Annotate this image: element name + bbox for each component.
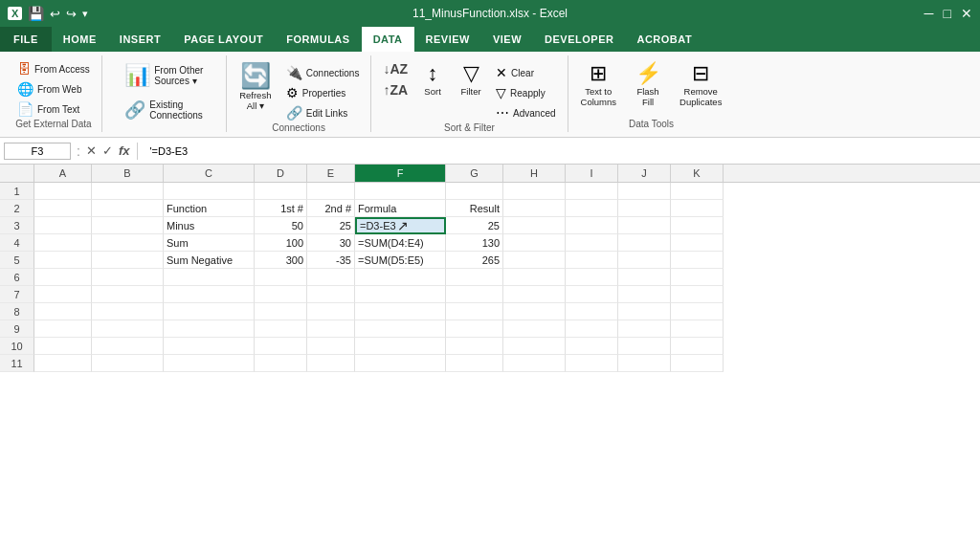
save-icon[interactable]: 💾 <box>28 6 44 21</box>
cell-c9[interactable] <box>164 320 255 338</box>
cell-h2[interactable] <box>503 200 566 217</box>
maximize-btn[interactable]: □ <box>944 6 951 21</box>
row-num-11[interactable]: 11 <box>0 355 34 372</box>
quick-access-more[interactable]: ▾ <box>82 8 88 20</box>
formula-input[interactable] <box>145 143 976 159</box>
tab-acrobat[interactable]: ACROBAT <box>625 27 703 52</box>
cell-a9[interactable] <box>34 320 92 338</box>
cell-b2[interactable] <box>92 200 164 217</box>
row-num-5[interactable]: 5 <box>0 252 34 269</box>
cell-h11[interactable] <box>503 355 566 372</box>
cell-h7[interactable] <box>503 286 566 303</box>
cell-i5[interactable] <box>566 252 618 269</box>
cell-e11[interactable] <box>307 355 355 372</box>
row-num-1[interactable]: 1 <box>0 183 34 200</box>
row-num-9[interactable]: 9 <box>0 320 34 338</box>
cell-d11[interactable] <box>255 355 307 372</box>
tab-review[interactable]: REVIEW <box>414 27 481 52</box>
cell-k11[interactable] <box>671 355 724 372</box>
cell-b3[interactable] <box>92 217 164 234</box>
cell-k7[interactable] <box>671 286 724 303</box>
tab-developer[interactable]: DEVELOPER <box>533 27 625 52</box>
cell-f4[interactable]: =SUM(D4:E4) <box>355 234 446 252</box>
cell-a5[interactable] <box>34 252 92 269</box>
clear-button[interactable]: ✕ Clear <box>492 63 559 82</box>
cell-f7[interactable] <box>355 286 446 303</box>
cell-e9[interactable] <box>307 320 355 338</box>
cell-f6[interactable] <box>355 269 446 286</box>
cell-b10[interactable] <box>92 338 164 355</box>
col-header-e[interactable]: E <box>307 165 355 182</box>
tab-home[interactable]: HOME <box>52 27 108 52</box>
cell-a10[interactable] <box>34 338 92 355</box>
cell-j2[interactable] <box>618 200 671 217</box>
cell-g6[interactable] <box>446 269 503 286</box>
cell-b8[interactable] <box>92 303 164 320</box>
connections-button[interactable]: 🔌 Connections <box>282 63 364 82</box>
cell-g3[interactable]: 25 <box>446 217 503 234</box>
cell-i7[interactable] <box>566 286 618 303</box>
tab-view[interactable]: VIEW <box>481 27 533 52</box>
cell-j5[interactable] <box>618 252 671 269</box>
cell-i2[interactable] <box>566 200 618 217</box>
tab-insert[interactable]: INSERT <box>108 27 172 52</box>
cell-e4[interactable]: 30 <box>307 234 355 252</box>
cell-d3[interactable]: 50 <box>255 217 307 234</box>
cell-i3[interactable] <box>566 217 618 234</box>
from-text-button[interactable]: 📄 From Text <box>13 99 83 119</box>
cell-d10[interactable] <box>255 338 307 355</box>
from-access-button[interactable]: 🗄 From Access <box>13 59 94 78</box>
cell-d2[interactable]: 1st # <box>255 200 307 217</box>
cell-b4[interactable] <box>92 234 164 252</box>
cell-j11[interactable] <box>618 355 671 372</box>
row-num-4[interactable]: 4 <box>0 234 34 252</box>
cell-c1[interactable] <box>164 183 255 200</box>
row-num-6[interactable]: 6 <box>0 269 34 286</box>
cell-e2[interactable]: 2nd # <box>307 200 355 217</box>
tab-formulas[interactable]: FORMULAS <box>275 27 361 52</box>
cell-d9[interactable] <box>255 320 307 338</box>
minimize-btn[interactable]: ─ <box>924 6 934 21</box>
cell-k5[interactable] <box>671 252 724 269</box>
cell-a2[interactable] <box>34 200 92 217</box>
properties-button[interactable]: ⚙ Properties <box>282 83 364 102</box>
cell-f1[interactable] <box>355 183 446 200</box>
cell-j9[interactable] <box>618 320 671 338</box>
cell-d6[interactable] <box>255 269 307 286</box>
cell-d4[interactable]: 100 <box>255 234 307 252</box>
cell-f5[interactable]: =SUM(D5:E5) <box>355 252 446 269</box>
cell-g11[interactable] <box>446 355 503 372</box>
sort-za-button[interactable]: ↑ZA <box>379 80 412 99</box>
cell-g10[interactable] <box>446 338 503 355</box>
cell-c10[interactable] <box>164 338 255 355</box>
sort-az-button[interactable]: ↓AZ <box>379 59 412 78</box>
col-header-g[interactable]: G <box>446 165 503 182</box>
cell-c3[interactable]: Minus <box>164 217 255 234</box>
cell-b6[interactable] <box>92 269 164 286</box>
cell-i11[interactable] <box>566 355 618 372</box>
cell-k2[interactable] <box>671 200 724 217</box>
remove-duplicates-button[interactable]: ⊟ RemoveDuplicates <box>675 59 726 110</box>
cell-h8[interactable] <box>503 303 566 320</box>
filter-button[interactable]: ▽ Filter <box>454 59 488 99</box>
cell-k1[interactable] <box>671 183 724 200</box>
cell-c7[interactable] <box>164 286 255 303</box>
col-header-i[interactable]: I <box>566 165 618 182</box>
text-to-columns-button[interactable]: ⊞ Text toColumns <box>576 59 622 110</box>
col-header-c[interactable]: C <box>164 165 255 182</box>
cell-b9[interactable] <box>92 320 164 338</box>
tab-page-layout[interactable]: PAGE LAYOUT <box>172 27 275 52</box>
col-header-a[interactable]: A <box>34 165 92 182</box>
cell-j10[interactable] <box>618 338 671 355</box>
cancel-formula-icon[interactable]: ✕ <box>86 143 97 158</box>
cell-k8[interactable] <box>671 303 724 320</box>
cell-a6[interactable] <box>34 269 92 286</box>
cell-a3[interactable] <box>34 217 92 234</box>
cell-i1[interactable] <box>566 183 618 200</box>
undo-btn[interactable]: ↩ <box>50 7 60 21</box>
cell-c8[interactable] <box>164 303 255 320</box>
cell-a7[interactable] <box>34 286 92 303</box>
cell-e10[interactable] <box>307 338 355 355</box>
cell-c5[interactable]: Sum Negative <box>164 252 255 269</box>
cell-h6[interactable] <box>503 269 566 286</box>
